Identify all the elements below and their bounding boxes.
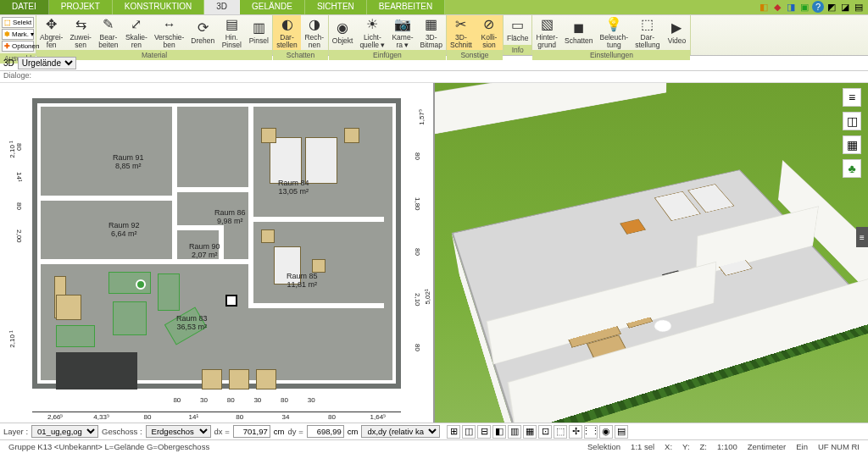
- ribbon-icon: ▦: [425, 17, 437, 32]
- ribbon-button[interactable]: ⬚Dar- stellung: [632, 15, 663, 50]
- status-y: Y:: [677, 442, 694, 451]
- qa-icon[interactable]: ◆: [771, 1, 783, 13]
- tb-icon[interactable]: ◫: [462, 425, 476, 439]
- tb-icon[interactable]: ⊟: [477, 425, 491, 439]
- furniture-icon[interactable]: ◫: [843, 112, 861, 130]
- ribbon-button[interactable]: 📷Kame- ra ▾: [388, 15, 416, 50]
- ribbon-button[interactable]: ☀Licht- quelle ▾: [356, 15, 388, 50]
- ribbon-button[interactable]: ✥Abgrei- fen: [36, 15, 66, 50]
- ribbon-button[interactable]: ✎Bear- beiten: [95, 15, 122, 50]
- qa-icon[interactable]: ◪: [839, 1, 851, 13]
- dim-label: 1,57⁵: [418, 109, 426, 125]
- coord-mode-select[interactable]: dx,dy (relativ ka: [361, 425, 440, 438]
- ribbon-label: Schatten: [565, 37, 593, 45]
- dim-label: 80: [164, 396, 191, 404]
- ribbon-label: Rech- nen: [304, 34, 324, 48]
- selection-target-icon[interactable]: [225, 295, 237, 307]
- tab-projekt[interactable]: PROJEKT: [49, 0, 113, 14]
- dim-label: 80: [125, 413, 170, 421]
- camera-icon[interactable]: [136, 279, 146, 290]
- ribbon-group: ▭FlächeInfo: [504, 15, 533, 55]
- ribbon-button[interactable]: ⤢Skalie- ren: [122, 15, 151, 50]
- ribbon-button[interactable]: ◑Rech- nen: [301, 15, 328, 50]
- tb-icon[interactable]: ◧: [492, 425, 506, 439]
- workarea: Raum 91 8,85 m²Raum 84 13,05 m²Raum 92 6…: [0, 83, 868, 423]
- qa-icon[interactable]: ▣: [798, 1, 810, 13]
- dx-input[interactable]: [233, 425, 270, 438]
- dim-label: 14¹: [15, 162, 23, 191]
- ribbon-button[interactable]: ▥Pinsel: [245, 15, 272, 50]
- ribbon-button[interactable]: ⟳Drehen: [187, 15, 218, 50]
- options-button[interactable]: ✚Optionen: [2, 41, 34, 52]
- layers-icon[interactable]: ≡: [843, 88, 861, 107]
- view-combo[interactable]: Urgelände: [18, 57, 76, 69]
- ribbon-button[interactable]: ▤Hin. Pinsel: [218, 15, 245, 50]
- ribbon-icon: 📷: [394, 17, 411, 32]
- ribbon-label: Fläche: [507, 35, 529, 42]
- ribbon-icon: ▧: [541, 17, 554, 32]
- status-sel: Selektion: [582, 442, 626, 451]
- tb-icon[interactable]: ⊞: [447, 425, 460, 439]
- ribbon-button[interactable]: 💡Beleuch- tung: [597, 15, 632, 50]
- tab-sichten[interactable]: SICHTEN: [305, 0, 367, 14]
- side-panel-toggle[interactable]: ≡: [856, 227, 868, 247]
- dim-label: 80: [414, 323, 421, 372]
- group-label: Schatten: [273, 50, 328, 60]
- dy-input[interactable]: [307, 425, 344, 438]
- ribbon-button[interactable]: ▶Video: [663, 15, 690, 50]
- dim-label: 2,10: [414, 276, 421, 324]
- plan-view-2d[interactable]: Raum 91 8,85 m²Raum 84 13,05 m²Raum 92 6…: [0, 83, 435, 423]
- layer-select[interactable]: 01_ug,eg,og: [31, 425, 98, 438]
- palette-icon[interactable]: ▦: [843, 135, 861, 154]
- tb-icon[interactable]: ⊡: [538, 425, 552, 439]
- qa-icon[interactable]: ▤: [853, 1, 865, 13]
- tab-gelaende[interactable]: GELÄNDE: [240, 0, 305, 14]
- select-button[interactable]: ⬚Selekt: [2, 17, 34, 28]
- tab-3d[interactable]: 3D: [204, 0, 240, 14]
- tb-icon[interactable]: ⬚: [554, 425, 567, 439]
- ribbon-button[interactable]: ▦3D- Bitmap: [417, 15, 446, 50]
- room-label: Raum 86 9,98 m²: [214, 208, 246, 225]
- group-label: Einstellungen: [532, 50, 690, 60]
- tb-icon[interactable]: ⋮⋮: [584, 425, 598, 439]
- mark-button[interactable]: ✽Mark.▾: [2, 29, 34, 40]
- tb-icon[interactable]: ▤: [615, 425, 628, 439]
- ribbon-icon: ◑: [309, 17, 320, 32]
- ribbon-button[interactable]: ◉Objekt: [329, 15, 357, 50]
- dim-label: 4,33⁵: [78, 413, 124, 421]
- tab-bearbeiten[interactable]: BEARBEITEN: [367, 0, 445, 14]
- qa-icon[interactable]: ◧: [758, 1, 770, 13]
- tab-file[interactable]: DATEI: [0, 0, 49, 14]
- ribbon-label: Video: [668, 37, 687, 45]
- ribbon-label: Bear- beiten: [98, 34, 118, 48]
- plant-icon[interactable]: ♣: [843, 159, 861, 178]
- status-scale: 1:100: [712, 442, 743, 451]
- view3d-tools: ≡ ◫ ▦ ♣: [843, 88, 863, 178]
- ribbon-button[interactable]: ⇆Zuwei- sen: [66, 15, 95, 50]
- dim-label: 80: [217, 413, 263, 421]
- help-icon[interactable]: ?: [812, 1, 824, 13]
- ribbon-button[interactable]: ◼Schatten: [561, 15, 597, 50]
- ribbon-button[interactable]: ◐Dar- stellen: [273, 15, 301, 50]
- qa-icon[interactable]: ◨: [785, 1, 797, 13]
- ribbon-icon: ⬚: [641, 17, 654, 32]
- tb-icon[interactable]: ✢: [569, 425, 582, 439]
- ribbon-icon: ◐: [281, 17, 293, 32]
- tb-icon[interactable]: ◉: [599, 425, 613, 439]
- view-3d[interactable]: ≡ ◫ ▦ ♣ ≡: [435, 83, 868, 423]
- floor-slab: Raum 91 8,85 m²Raum 84 13,05 m²Raum 92 6…: [41, 107, 392, 380]
- ribbon-icon: ▤: [225, 17, 238, 32]
- ribbon-button[interactable]: ⊘Kolli- sion: [476, 15, 503, 50]
- ribbon-button[interactable]: ▭Fläche: [504, 15, 532, 45]
- geschoss-select[interactable]: Erdgeschos: [146, 425, 211, 438]
- house-model: [451, 169, 868, 423]
- layer-label: Layer :: [3, 427, 28, 436]
- ribbon-button[interactable]: ▧Hinter- grund: [532, 15, 561, 50]
- tb-icon[interactable]: ▦: [523, 425, 537, 439]
- tab-konstruktion[interactable]: KONSTRUKTION: [113, 0, 204, 14]
- ribbon-button[interactable]: ↔Verschie- ben: [151, 15, 187, 50]
- dim-label: 80: [15, 132, 23, 162]
- ribbon-button[interactable]: ✂3D- Schnitt: [447, 15, 476, 50]
- qa-icon[interactable]: ◩: [826, 1, 837, 13]
- tb-icon[interactable]: ▥: [508, 425, 521, 439]
